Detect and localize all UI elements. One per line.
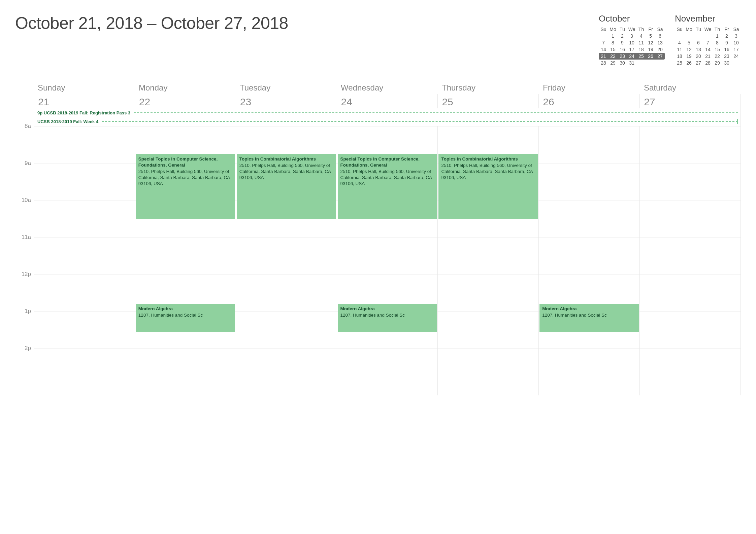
day-number[interactable]: 27: [639, 94, 741, 108]
mini-calendar-day[interactable]: 17: [731, 46, 741, 53]
mini-calendar-day[interactable]: 11: [675, 46, 684, 53]
mini-calendar-day[interactable]: 4: [675, 39, 684, 46]
calendar-event[interactable]: Special Topics in Computer Science, Foun…: [136, 154, 235, 219]
mini-calendar-day[interactable]: 5: [684, 39, 694, 46]
mini-calendar-day[interactable]: 28: [599, 60, 608, 66]
mini-calendar-day[interactable]: 4: [636, 33, 646, 39]
day-number[interactable]: 21: [34, 94, 135, 108]
day-name: Thursday: [442, 83, 539, 93]
day-number[interactable]: 22: [135, 94, 236, 108]
mini-calendar-day[interactable]: 3: [731, 33, 741, 39]
mini-calendar-day[interactable]: 26: [684, 60, 694, 66]
mini-calendar-day[interactable]: 16: [618, 46, 627, 53]
mini-calendar-day[interactable]: 22: [713, 53, 722, 60]
mini-calendar-day: [636, 60, 646, 66]
mini-calendar-day[interactable]: 23: [618, 53, 627, 60]
mini-calendar-day[interactable]: 19: [684, 53, 694, 60]
calendar-event[interactable]: Modern Algebra1207, Humanities and Socia…: [136, 304, 235, 332]
mini-calendar-day[interactable]: 13: [655, 39, 665, 46]
mini-calendar-day[interactable]: 2: [722, 33, 731, 39]
mini-calendar-day[interactable]: 22: [608, 53, 618, 60]
day-column[interactable]: Topics in Combinatorial Algorithms2510, …: [437, 126, 538, 395]
day-number[interactable]: 26: [538, 94, 639, 108]
day-number[interactable]: 24: [337, 94, 438, 108]
mini-calendar-day[interactable]: 9: [618, 39, 627, 46]
day-column[interactable]: [34, 126, 135, 395]
day-column[interactable]: Topics in Combinatorial Algorithms2510, …: [236, 126, 337, 395]
mini-calendar-day[interactable]: 2: [618, 33, 627, 39]
mini-calendar-day[interactable]: 21: [599, 53, 608, 60]
day-number[interactable]: 23: [236, 94, 337, 108]
mini-calendar-day[interactable]: 18: [636, 46, 646, 53]
mini-calendar-day[interactable]: 15: [608, 46, 618, 53]
event-title: Modern Algebra: [340, 306, 434, 312]
mini-calendar-day[interactable]: 14: [599, 46, 608, 53]
mini-calendar-day[interactable]: 8: [713, 39, 722, 46]
event-title: Special Topics in Computer Science, Foun…: [138, 156, 232, 168]
mini-calendar-day[interactable]: 13: [694, 46, 703, 53]
mini-calendar-day[interactable]: 29: [608, 60, 618, 66]
mini-calendar-day: [675, 33, 684, 39]
mini-calendar-day[interactable]: 24: [627, 53, 636, 60]
mini-calendar-day[interactable]: 5: [646, 33, 655, 39]
mini-calendar[interactable]: OctoberSuMoTuWeThFrSa1234567891011121314…: [599, 13, 665, 66]
calendar-event[interactable]: Modern Algebra1207, Humanities and Socia…: [539, 304, 639, 332]
mini-calendar-day[interactable]: 1: [713, 33, 722, 39]
mini-calendar-day[interactable]: 27: [655, 53, 665, 60]
mini-calendar-day[interactable]: 10: [627, 39, 636, 46]
mini-calendar[interactable]: NovemberSuMoTuWeThFrSa123456789101112131…: [675, 13, 741, 66]
mini-calendar-day[interactable]: 29: [713, 60, 722, 66]
mini-calendar-day[interactable]: 30: [618, 60, 627, 66]
day-column[interactable]: Modern Algebra1207, Humanities and Socia…: [538, 126, 639, 395]
day-column[interactable]: Special Topics in Computer Science, Foun…: [135, 126, 236, 395]
mini-calendar-day[interactable]: 1: [608, 33, 618, 39]
calendar-event[interactable]: Special Topics in Computer Science, Foun…: [338, 154, 437, 219]
mini-calendar-day: [646, 60, 655, 66]
mini-calendar-day[interactable]: 25: [675, 60, 684, 66]
mini-calendar-day[interactable]: 12: [684, 46, 694, 53]
mini-calendar-day[interactable]: 6: [694, 39, 703, 46]
mini-calendar-day[interactable]: 24: [731, 53, 741, 60]
mini-calendar-day[interactable]: 6: [655, 33, 665, 39]
day-column[interactable]: Special Topics in Computer Science, Foun…: [337, 126, 438, 395]
mini-calendar-day[interactable]: 26: [646, 53, 655, 60]
mini-calendar-day[interactable]: 27: [694, 60, 703, 66]
mini-calendar-day[interactable]: 3: [627, 33, 636, 39]
mini-calendar-day[interactable]: 21: [703, 53, 713, 60]
mini-calendar-day[interactable]: 30: [722, 60, 731, 66]
mini-calendar-day[interactable]: 10: [731, 39, 741, 46]
mini-calendar-day[interactable]: 25: [636, 53, 646, 60]
mini-calendar-day[interactable]: 28: [703, 60, 713, 66]
mini-calendar-day[interactable]: 7: [599, 39, 608, 46]
mini-calendar-day[interactable]: 9: [722, 39, 731, 46]
mini-calendar-day[interactable]: 18: [675, 53, 684, 60]
day-name: Sunday: [38, 83, 135, 93]
day-number[interactable]: 25: [437, 94, 538, 108]
calendar-event[interactable]: Topics in Combinatorial Algorithms2510, …: [438, 154, 538, 219]
event-location: 2510, Phelps Hall, Building 560, Univers…: [138, 169, 232, 187]
mini-calendar-day[interactable]: 14: [703, 46, 713, 53]
mini-calendar-day[interactable]: 8: [608, 39, 618, 46]
calendar-event[interactable]: Topics in Combinatorial Algorithms2510, …: [237, 154, 336, 219]
mini-calendar-day[interactable]: 7: [703, 39, 713, 46]
mini-calendar-day[interactable]: 20: [694, 53, 703, 60]
mini-calendar-day[interactable]: 19: [646, 46, 655, 53]
day-column[interactable]: [639, 126, 741, 395]
mini-calendar-day[interactable]: 20: [655, 46, 665, 53]
allday-event[interactable]: 9p UCSB 2018-2019 Fall: Registration Pas…: [34, 109, 134, 116]
mini-calendar-day[interactable]: 16: [722, 46, 731, 53]
event-title: Topics in Combinatorial Algorithms: [239, 156, 333, 162]
mini-calendar-day[interactable]: 17: [627, 46, 636, 53]
calendar-event[interactable]: Modern Algebra1207, Humanities and Socia…: [338, 304, 437, 332]
mini-calendar-day[interactable]: 31: [627, 60, 636, 66]
allday-event[interactable]: UCSB 2018-2019 Fall: Week 4: [34, 118, 102, 125]
mini-calendar-title: October: [599, 13, 665, 24]
time-label: 12p: [22, 271, 31, 278]
mini-calendar-day[interactable]: 23: [722, 53, 731, 60]
mini-calendar-day[interactable]: 11: [636, 39, 646, 46]
mini-calendar-title: November: [675, 13, 741, 24]
event-location: 1207, Humanities and Social Sc: [340, 312, 434, 318]
mini-calendar-day[interactable]: 12: [646, 39, 655, 46]
mini-calendar-day[interactable]: 15: [713, 46, 722, 53]
event-title: Topics in Combinatorial Algorithms: [441, 156, 535, 162]
